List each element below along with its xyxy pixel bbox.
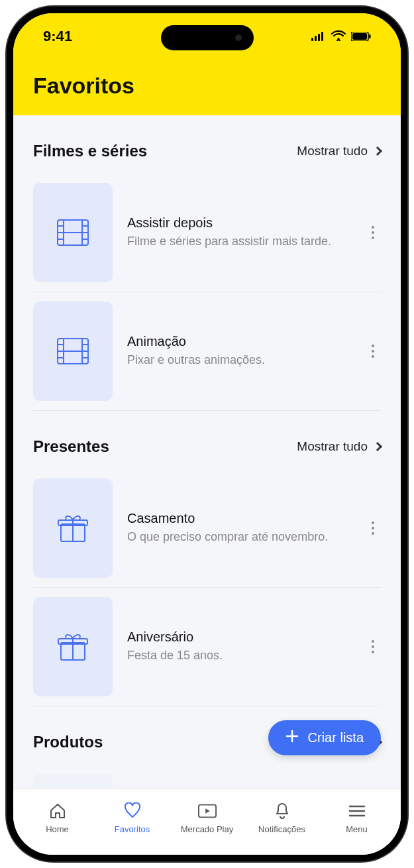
- show-all-link[interactable]: Mostrar tudo: [297, 439, 381, 454]
- svg-rect-2: [318, 34, 320, 41]
- svg-rect-6: [352, 33, 367, 40]
- section-header-filmes: Filmes e séries Mostrar tudo: [33, 142, 381, 160]
- status-time: 9:41: [43, 28, 72, 45]
- show-all-label: Mostrar tudo: [297, 439, 368, 454]
- section-title: Filmes e séries: [33, 142, 147, 160]
- item-title: Aniversário: [127, 629, 350, 645]
- kebab-menu[interactable]: [365, 633, 381, 660]
- item-title: Casamento: [127, 511, 350, 526]
- svg-rect-3: [321, 32, 323, 41]
- item-subtitle: Pixar e outras animações.: [127, 352, 350, 368]
- item-title: Animação: [127, 334, 350, 349]
- bottom-nav: Home Favoritos Mercado Play Notificações…: [13, 788, 401, 855]
- section-header-presentes: Presentes Mostrar tudo: [33, 437, 381, 456]
- nav-label: Favoritos: [115, 824, 150, 834]
- nav-label: Home: [46, 824, 69, 834]
- wifi-icon: [331, 28, 346, 45]
- list-item[interactable]: Animação Pixar e outras animações.: [33, 292, 381, 411]
- item-body: Aniversário Festa de 15 anos.: [127, 629, 350, 663]
- show-all-link[interactable]: Mostrar tudo: [297, 144, 381, 158]
- section-title: Presentes: [33, 437, 109, 456]
- kebab-menu[interactable]: [365, 219, 381, 246]
- nav-notificacoes[interactable]: Notificações: [252, 802, 312, 834]
- kebab-menu[interactable]: [365, 515, 381, 541]
- list-item[interactable]: Assistir depois Filme e séries para assi…: [33, 174, 381, 292]
- fab-label: Criar lista: [308, 730, 364, 745]
- thumbnail: [33, 301, 113, 401]
- gift-icon: [57, 512, 89, 544]
- film-icon: [57, 219, 89, 246]
- thumbnail: [33, 183, 113, 282]
- status-indicators: [311, 28, 371, 45]
- thumbnail: [33, 478, 113, 578]
- heart-icon: [123, 802, 142, 820]
- svg-rect-7: [369, 34, 371, 38]
- nav-home[interactable]: Home: [28, 802, 87, 834]
- play-icon: [198, 802, 217, 820]
- device-notch: [161, 25, 254, 50]
- thumbnail: [33, 597, 113, 696]
- page-title: Favoritos: [33, 73, 381, 99]
- nav-label: Notificações: [258, 824, 305, 834]
- bell-icon: [273, 802, 291, 820]
- create-list-button[interactable]: Criar lista: [268, 720, 381, 755]
- nav-mercado-play[interactable]: Mercado Play: [178, 802, 237, 834]
- chevron-right-icon: [373, 146, 382, 156]
- nav-label: Menu: [346, 824, 368, 834]
- list-item[interactable]: Casamento O que preciso comprar até nove…: [33, 469, 381, 588]
- phone-frame: 9:41 Favoritos Filmes e séries Mostrar t…: [7, 7, 407, 861]
- chevron-right-icon: [373, 442, 382, 451]
- item-body: Casamento O que preciso comprar até nove…: [127, 511, 350, 545]
- item-body: Assistir depois Filme e séries para assi…: [127, 215, 350, 249]
- nav-menu[interactable]: Menu: [327, 802, 387, 834]
- film-icon: [57, 338, 89, 364]
- menu-icon: [348, 802, 366, 820]
- item-subtitle: Festa de 15 anos.: [127, 647, 350, 663]
- svg-rect-1: [315, 36, 317, 41]
- plus-icon: [285, 730, 299, 746]
- battery-icon: [351, 28, 371, 45]
- nav-label: Mercado Play: [181, 824, 233, 834]
- gift-icon: [57, 631, 89, 663]
- kebab-menu[interactable]: [365, 338, 381, 364]
- item-body: Animação Pixar e outras animações.: [127, 334, 350, 368]
- section-title: Produtos: [33, 733, 103, 751]
- item-subtitle: Filme e séries para assistir mais tarde.: [127, 233, 350, 249]
- show-all-label: Mostrar tudo: [297, 144, 368, 158]
- nav-favoritos[interactable]: Favoritos: [103, 802, 162, 834]
- home-icon: [48, 802, 67, 820]
- list-item[interactable]: Aniversário Festa de 15 anos.: [33, 588, 381, 706]
- item-title: Assistir depois: [127, 215, 350, 231]
- svg-rect-0: [311, 38, 313, 41]
- svg-point-4: [337, 38, 340, 40]
- cellular-icon: [311, 28, 326, 45]
- item-subtitle: O que preciso comprar até novembro.: [127, 529, 350, 545]
